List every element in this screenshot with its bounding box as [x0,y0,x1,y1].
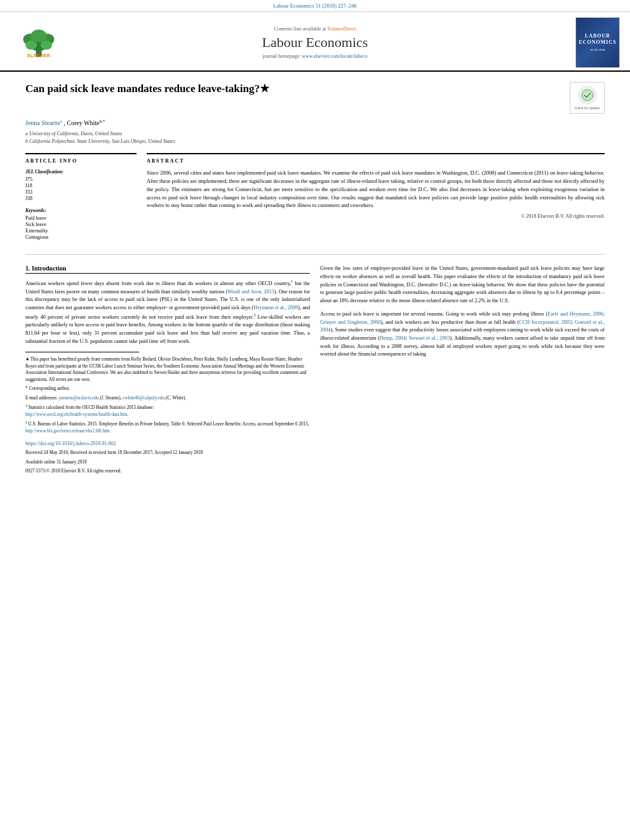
jel-group: JEL Classification: J75 I18 J33 J38 [25,169,137,201]
journal-url[interactable]: www.elsevier.com/locate/labeco [302,53,367,59]
top-banner: Labour Economics 51 (2018) 227–246 [0,0,630,12]
author1-link[interactable]: Jenna Stearnsa [25,119,64,126]
article-info-panel: ARTICLE INFO JEL Classification: J75 I18… [25,153,137,246]
email1-link[interactable]: jstearns@ncdavis.edu [59,396,99,401]
keyword-1: Paid leave [25,215,137,221]
affil-b: b California Polytechnic State Universit… [25,138,605,145]
paper-content: Can paid sick leave mandates reduce leav… [0,72,630,487]
contents-line: Contents lists available at ScienceDirec… [67,26,563,32]
svg-point-6 [41,41,52,50]
stewart-link[interactable]: Stewart et al., 2003 [409,335,450,341]
fn1-sup: 1 [25,404,27,408]
journal-homepage-line: journal homepage: www.elsevier.com/locat… [67,53,563,59]
star-footnote: ★ This paper has benefitted greatly from… [25,356,310,383]
authors-line: Jenna Stearnsa , Corey Whiteb,* [25,119,605,126]
paper-title: Can paid sick leave mandates reduce leav… [25,82,560,95]
intro-para1: American workers spend fewer days absent… [25,279,310,345]
fn1-text: Statistics calculated from the OECD Heal… [29,405,154,410]
affiliations: a University of California, Davis, Unite… [25,130,605,145]
fn1: 1 Statistics calculated from the OECD He… [25,404,310,418]
journal-title-section: Contents lists available at ScienceDirec… [67,26,563,59]
email-label: E-mail addresses: [25,396,58,401]
article-info-title: ARTICLE INFO [25,158,137,164]
footnotes: ★ This paper has benefitted greatly from… [25,356,310,474]
right-column: Given the low rates of employer-provided… [320,265,605,477]
journal-header: ELSEVIER Contents lists available at Sci… [0,12,630,72]
keywords-group: Keywords: Paid leave Sick leave External… [25,208,137,240]
cch-link[interactable]: CCH Incorporated, 2003 [519,319,572,325]
received-text: Received 24 May 2016; Received in revise… [25,450,203,455]
journal-cover-section: LABOUR ECONOMICS ELSEVIER [563,17,620,68]
author2-name: , Corey White [64,119,99,126]
email-footnote: E-mail addresses: jstearns@ncdavis.edu (… [25,395,310,401]
corresponding-text: * Corresponding author. [25,386,70,391]
journal-citation: Labour Economics 51 (2018) 227–246 [273,3,357,9]
svg-point-5 [25,41,37,50]
svg-text:ELSEVIER: ELSEVIER [27,53,51,58]
elsevier-tree-icon: ELSEVIER [17,27,61,58]
fn2: 2 U.S. Bureau of Labor Statistics. 2015.… [25,420,310,434]
cover-title: LABOUR ECONOMICS ELSEVIER [579,33,616,51]
fn2-url[interactable]: http://www.bls.gov/news.release/ebs2.t06… [25,429,111,434]
checkmark-icon [581,89,594,102]
check-for-updates-badge: Check for updates [570,82,605,114]
keywords-label: Keywords: [25,208,137,213]
email2-link[interactable]: cwhite46@calpoly.edu [123,396,164,401]
main-body: 1. Introduction American workers spend f… [25,265,605,477]
issn-text: 0927-5371/© 2018 Elsevier B.V. All right… [25,469,121,474]
keyword-3: Externality [25,228,137,234]
heymann-link[interactable]: Heymann et al., 2009 [253,305,298,310]
issn-line: 0927-5371/© 2018 Elsevier B.V. All right… [25,468,310,474]
jel-code-3: J33 [25,189,137,195]
author1-name: Jenna Stearns [25,119,60,126]
left-column: 1. Introduction American workers spend f… [25,265,310,477]
grinyer-link[interactable]: Grinyer and Singleton, 2000 [320,319,380,325]
author1-sup: a [60,119,62,124]
intro-para2: Given the low rates of employer-provided… [320,265,605,305]
keyword-4: Contagious [25,234,137,240]
elsevier-logo: ELSEVIER [10,27,67,58]
fn1-url[interactable]: http://www.oecd.org/els/health-systems/h… [25,412,128,417]
check-badge-icon [578,86,597,105]
paper-title-section: Can paid sick leave mandates reduce leav… [25,82,605,114]
svg-point-8 [582,90,593,100]
fn2-text: U.S. Bureau of Labor Statistics. 2015. E… [29,422,309,427]
keyword-2: Sick leave [25,222,137,227]
svg-point-4 [30,30,46,43]
fn2-sup: 2 [25,420,27,424]
footnote-divider [25,352,139,352]
intro-para3: Access to paid sick leave is important f… [320,310,605,359]
sciencedirect-link[interactable]: ScienceDirect [328,26,356,32]
affil-a: a University of California, Davis, Unite… [25,130,605,138]
abstract-title: ABSTRACT [147,158,605,164]
introduction-heading: 1. Introduction [25,265,310,274]
doi-link[interactable]: https://doi.org/10.1016/j.labeco.2018.01… [25,441,116,446]
author2-sup: b,* [100,119,105,124]
check-updates-label: Check for updates [574,106,600,110]
abstract-text: Since 2006, several cities and states ha… [147,169,605,210]
corresponding-note: * Corresponding author. [25,385,310,392]
elsevier-logo-section: ELSEVIER [10,27,67,58]
dates-line: Received 24 May 2016; Received in revise… [25,450,310,456]
jel-code-4: J38 [25,196,137,201]
jel-code-1: J75 [25,177,137,182]
available-text: Available online 31 January 2018 [25,460,86,465]
woolf-aron-link[interactable]: Woolf and Aron, 2013 [227,289,274,295]
jel-label: JEL Classification: [25,169,137,175]
available-line: Available online 31 January 2018 [25,459,310,465]
copyright-notice: © 2018 Elsevier B.V. All rights reserved… [147,213,605,219]
earle-heymann-link[interactable]: Earle and Heymann, 2006 [547,311,603,317]
journal-name: Labour Economics [67,34,563,51]
journal-cover-image: LABOUR ECONOMICS ELSEVIER [575,17,620,68]
star-footnote-text: ★ This paper has benefitted greatly from… [25,357,306,382]
info-abstract-section: ARTICLE INFO JEL Classification: J75 I18… [25,153,605,246]
jel-code-2: I18 [25,183,137,189]
hemp-link[interactable]: Hemp, 2004 [380,335,406,341]
abstract-panel: ABSTRACT Since 2006, several cities and … [147,153,605,246]
doi-line: https://doi.org/10.1016/j.labeco.2018.01… [25,440,310,448]
section-divider [25,254,605,255]
